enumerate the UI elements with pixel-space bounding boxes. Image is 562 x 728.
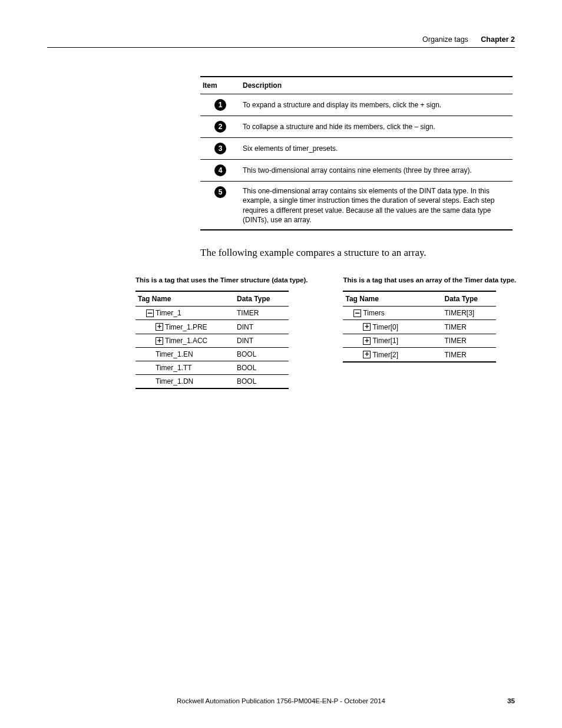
- numbered-bullet-icon: 1: [214, 99, 226, 111]
- item-table-row: 4This two-dimensional array contains nin…: [200, 160, 513, 182]
- tag-table-row: Timer_1.ENBOOL: [135, 348, 289, 361]
- data-type-cell: TIMER: [234, 306, 289, 320]
- item-table-cell-item: 3: [200, 138, 240, 160]
- tag-table-row: Timer_1.DNBOOL: [135, 375, 289, 389]
- tag-name-label: Timer_1: [156, 309, 181, 317]
- tag-table-right-header-tag: Tag Name: [343, 291, 442, 307]
- expand-icon[interactable]: +: [363, 351, 371, 358]
- tag-table-right-header-type: Data Type: [442, 291, 496, 307]
- tag-table-structure: Tag Name Data Type –Timer_1TIMER+Timer_1…: [135, 291, 289, 390]
- tag-table-row: +Timer[1]TIMER: [343, 334, 496, 348]
- tag-name-cell: +Timer[0]: [343, 320, 442, 334]
- expand-icon[interactable]: +: [156, 337, 163, 345]
- item-description-table: Item Description 1To expand a structure …: [200, 76, 513, 230]
- header-section: Organize tags: [422, 35, 468, 44]
- tag-name-cell: Timer_1.DN: [135, 375, 234, 389]
- tag-name-cell: +Timer_1.ACC: [135, 334, 234, 348]
- body-paragraph: The following example compares a structu…: [200, 247, 515, 259]
- tag-name-label: Timers: [363, 309, 384, 317]
- data-type-cell: DINT: [234, 320, 289, 334]
- item-table-row: 3Six elements of timer_presets.: [200, 138, 513, 160]
- data-type-cell: DINT: [234, 334, 289, 348]
- data-type-cell: TIMER: [442, 334, 496, 348]
- item-table-cell-desc: To expand a structure and display its me…: [240, 94, 513, 116]
- tag-name-label: Timer_1.ACC: [165, 337, 207, 345]
- tag-table-row: –TimersTIMER[3]: [343, 306, 496, 320]
- compare-left-caption: This is a tag that uses the Timer struct…: [135, 276, 308, 284]
- item-table-cell-desc: This one-dimensional array contains six …: [240, 182, 513, 230]
- data-type-cell: BOOL: [234, 375, 289, 389]
- comparison-area: This is a tag that uses the Timer struct…: [135, 276, 515, 390]
- item-table-cell-item: 4: [200, 160, 240, 182]
- tag-name-cell: –Timer_1: [135, 306, 234, 320]
- compare-right-caption: This is a tag that uses an array of the …: [343, 276, 516, 284]
- expand-icon[interactable]: +: [156, 323, 163, 331]
- tag-table-left-header-tag: Tag Name: [135, 291, 234, 307]
- tag-table-row: Timer_1.TTBOOL: [135, 361, 289, 375]
- item-table-cell-desc: To collapse a structure and hide its mem…: [240, 116, 513, 138]
- expand-icon[interactable]: +: [363, 323, 371, 331]
- tag-table-left-header-type: Data Type: [234, 291, 289, 307]
- data-type-cell: TIMER[3]: [442, 306, 496, 320]
- tag-table-array: Tag Name Data Type –TimersTIMER[3]+Timer…: [343, 291, 496, 363]
- tag-table-row: –Timer_1TIMER: [135, 306, 289, 320]
- tag-table-row: +Timer[0]TIMER: [343, 320, 496, 334]
- page-header: Organize tags Chapter 2: [47, 35, 515, 48]
- tag-name-label: Timer_1.TT: [156, 364, 192, 372]
- tag-name-label: Timer[0]: [372, 323, 398, 331]
- item-table-header-item: Item: [200, 77, 240, 94]
- header-chapter: Chapter 2: [481, 35, 515, 44]
- item-table-row: 5This one-dimensional array contains six…: [200, 182, 513, 230]
- item-table-row: 2To collapse a structure and hide its me…: [200, 116, 513, 138]
- compare-right-column: This is a tag that uses an array of the …: [343, 276, 516, 390]
- tag-name-label: Timer_1.DN: [156, 377, 193, 386]
- expand-icon[interactable]: +: [363, 337, 371, 345]
- tag-name-label: Timer_1.EN: [156, 350, 193, 358]
- item-table-header-desc: Description: [240, 77, 513, 94]
- tag-name-label: Timer[1]: [372, 337, 398, 345]
- footer-publication: Rockwell Automation Publication 1756-PM0…: [71, 697, 491, 704]
- item-table-row: 1To expand a structure and display its m…: [200, 94, 513, 116]
- tag-name-cell: +Timer_1.PRE: [135, 320, 234, 334]
- tag-table-row: +Timer_1.PREDINT: [135, 320, 289, 334]
- tag-name-cell: –Timers: [343, 306, 442, 320]
- numbered-bullet-icon: 2: [214, 121, 226, 133]
- item-table-cell-item: 2: [200, 116, 240, 138]
- tag-name-label: Timer[2]: [372, 351, 398, 359]
- data-type-cell: TIMER: [442, 320, 496, 334]
- compare-left-column: This is a tag that uses the Timer struct…: [135, 276, 308, 390]
- item-table-cell-item: 5: [200, 182, 240, 230]
- numbered-bullet-icon: 5: [214, 186, 226, 198]
- page-footer: Rockwell Automation Publication 1756-PM0…: [47, 697, 515, 704]
- data-type-cell: BOOL: [234, 361, 289, 375]
- tag-name-label: Timer_1.PRE: [165, 323, 207, 331]
- numbered-bullet-icon: 4: [214, 164, 226, 176]
- tag-table-row: +Timer[2]TIMER: [343, 348, 496, 362]
- data-type-cell: TIMER: [442, 348, 496, 362]
- collapse-icon[interactable]: –: [353, 309, 361, 317]
- tag-name-cell: Timer_1.TT: [135, 361, 234, 375]
- tag-table-row: +Timer_1.ACCDINT: [135, 334, 289, 348]
- item-table-cell-desc: This two-dimensional array contains nine…: [240, 160, 513, 182]
- item-table-cell-desc: Six elements of timer_presets.: [240, 138, 513, 160]
- collapse-icon[interactable]: –: [146, 309, 154, 317]
- item-table-cell-item: 1: [200, 94, 240, 116]
- tag-name-cell: Timer_1.EN: [135, 348, 234, 361]
- tag-name-cell: +Timer[1]: [343, 334, 442, 348]
- footer-page-number: 35: [491, 697, 515, 704]
- data-type-cell: BOOL: [234, 348, 289, 361]
- tag-name-cell: +Timer[2]: [343, 348, 442, 362]
- numbered-bullet-icon: 3: [214, 143, 226, 154]
